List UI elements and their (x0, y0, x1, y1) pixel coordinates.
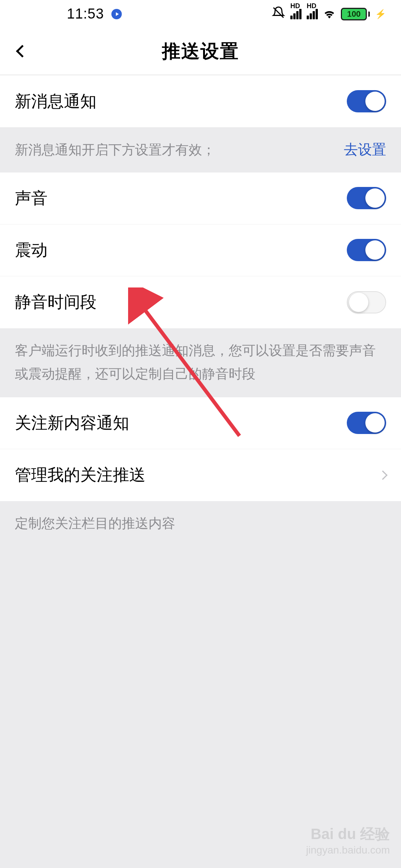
vibrate-silent-icon (272, 6, 285, 22)
label-follow-new: 关注新内容通知 (15, 412, 129, 434)
label-sound: 声音 (15, 187, 48, 209)
chevron-left-icon (16, 45, 29, 57)
status-left: 11:53 (67, 6, 122, 22)
info-new-message: 新消息通知开启下方设置才有效； 去设置 (0, 127, 401, 172)
section-follow: 关注新内容通知 管理我的关注推送 (0, 397, 401, 501)
section-new-message: 新消息通知 (0, 75, 401, 127)
info-follow: 定制您关注栏目的推送内容 (0, 501, 401, 547)
signal-1-icon: HD (290, 9, 301, 19)
status-bar: 11:53 HD HD 100 (0, 0, 401, 28)
battery-level: 100 (341, 8, 367, 20)
header: 推送设置 (0, 28, 401, 75)
toggle-quiet-time[interactable] (347, 291, 386, 313)
media-playing-icon (111, 9, 122, 19)
charging-icon: ⚡ (375, 9, 386, 19)
label-manage-follow: 管理我的关注推送 (15, 464, 146, 486)
row-quiet-time: 静音时间段 (0, 276, 401, 328)
info-text-new-message: 新消息通知开启下方设置才有效； (15, 139, 215, 161)
battery-icon: 100 (341, 8, 370, 20)
page-title: 推送设置 (162, 39, 239, 64)
label-quiet-time: 静音时间段 (15, 291, 97, 313)
toggle-new-message[interactable] (347, 90, 386, 112)
label-new-message: 新消息通知 (15, 91, 97, 112)
row-vibrate: 震动 (0, 224, 401, 276)
toggle-vibrate[interactable] (347, 239, 386, 261)
status-time: 11:53 (67, 6, 104, 22)
toggle-follow-new[interactable] (347, 412, 386, 434)
info-text-follow: 定制您关注栏目的推送内容 (15, 516, 175, 531)
row-new-message: 新消息通知 (0, 75, 401, 127)
info-text-sound: 客户端运行时收到的推送通知消息，您可以设置是否需要声音或震动提醒，还可以定制自己… (15, 343, 376, 381)
info-sound-vibrate: 客户端运行时收到的推送通知消息，您可以设置是否需要声音或震动提醒，还可以定制自己… (0, 328, 401, 397)
row-follow-new: 关注新内容通知 (0, 397, 401, 449)
wifi-icon (323, 6, 336, 22)
row-manage-follow[interactable]: 管理我的关注推送 (0, 449, 401, 501)
label-vibrate: 震动 (15, 239, 48, 261)
status-right: HD HD 100 ⚡ (272, 6, 386, 22)
row-sound: 声音 (0, 172, 401, 224)
watermark-url: jingyan.baidu.com (306, 844, 390, 857)
section-sound-vibrate: 声音 震动 静音时间段 (0, 172, 401, 328)
back-button[interactable] (11, 40, 33, 62)
signal-2-icon: HD (307, 9, 318, 19)
toggle-sound[interactable] (347, 187, 386, 209)
watermark: Bai du 经验 jingyan.baidu.com (306, 824, 390, 857)
chevron-right-icon (378, 470, 387, 480)
go-settings-link[interactable]: 去设置 (344, 140, 386, 159)
watermark-brand: Bai du 经验 (306, 824, 390, 844)
